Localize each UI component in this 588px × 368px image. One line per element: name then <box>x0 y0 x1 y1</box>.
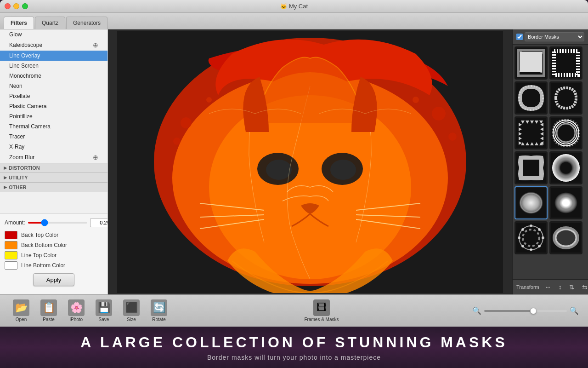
tool-open[interactable]: 📂 Open <box>9 298 33 324</box>
mask-item-10[interactable] <box>549 186 582 219</box>
sidebar: Glow Kaleidoscope⊕ Line Overlay Line Scr… <box>0 29 108 294</box>
tool-iphoto[interactable]: 🌸 iPhoto <box>64 298 88 324</box>
mask-item-2[interactable] <box>549 46 582 80</box>
tab-quartz[interactable]: Quartz <box>35 17 65 29</box>
mask-item-5[interactable] <box>514 116 548 150</box>
svg-point-62 <box>530 248 532 251</box>
toolbar-tabs: Filters Quartz Generators <box>0 13 588 29</box>
apply-button[interactable]: Apply <box>33 273 74 286</box>
filter-line-overlay[interactable]: Line Overlay <box>0 51 107 61</box>
filter-line-screen[interactable]: Line Screen <box>0 61 107 71</box>
tool-rotate[interactable]: 🔄 Rotate <box>147 298 171 324</box>
bottom-toolbar: 📂 Open 📋 Paste 🌸 iPhoto 💾 Save ⬛ Size 🔄 … <box>0 294 588 327</box>
back-bottom-color-swatch[interactable] <box>5 241 17 249</box>
right-panel-header: Border Masks Frame Masks Vignette Masks <box>513 29 588 45</box>
tool-paste[interactable]: 📋 Paste <box>37 298 61 324</box>
section-other[interactable]: ▶ OTHER <box>0 182 107 192</box>
line-top-color-swatch[interactable] <box>5 251 17 259</box>
filter-x-ray[interactable]: X-Ray <box>0 142 107 152</box>
promo-bar: A LARGE COLLECTION OF STUNNING MASKS Bor… <box>0 327 588 368</box>
mask-item-11[interactable] <box>514 221 548 254</box>
mask-item-8[interactable] <box>549 151 582 184</box>
svg-point-67 <box>521 245 524 247</box>
cat-image <box>117 31 503 293</box>
add-icon-2[interactable]: ⊕ <box>93 154 98 161</box>
flip-horizontal-button[interactable]: ↔ <box>543 282 553 292</box>
filter-monochrome[interactable]: Monochrome <box>0 71 107 81</box>
zoom-slider[interactable] <box>484 310 567 312</box>
tool-frames-masks[interactable]: 🎞 Frames & Masks <box>301 298 343 324</box>
chevron-right-icon: ▶ <box>4 166 7 170</box>
tab-generators[interactable]: Generators <box>66 17 107 29</box>
filter-pointillize[interactable]: Pointillize <box>0 111 107 121</box>
tool-size[interactable]: ⬛ Size <box>119 298 143 324</box>
close-button[interactable] <box>5 3 11 9</box>
border-masks-checkbox[interactable] <box>516 34 523 40</box>
masks-row-5 <box>514 186 586 219</box>
svg-point-68 <box>538 245 541 247</box>
rotate-icon: 🔄 <box>151 299 167 316</box>
section-utility[interactable]: ▶ UTILITY <box>0 172 107 182</box>
flip-vertical-button[interactable]: ↕ <box>557 282 564 292</box>
tool-rotate-label: Rotate <box>152 317 165 322</box>
filter-plastic-camera[interactable]: Plastic Camera <box>0 101 107 111</box>
mask-item-7[interactable] <box>514 151 548 184</box>
svg-point-19 <box>413 97 419 103</box>
zoom-bar: 🔍 🔍 <box>472 306 579 315</box>
right-panel: Border Masks Frame Masks Vignette Masks <box>512 29 588 294</box>
line-top-color-row[interactable]: Line Top Color <box>5 251 103 259</box>
amount-slider[interactable] <box>28 222 87 224</box>
traffic-lights <box>5 3 28 9</box>
title-bar: 🐱 My Cat <box>0 0 588 13</box>
filter-kaleidoscope[interactable]: Kaleidoscope⊕ <box>0 40 107 51</box>
svg-point-65 <box>521 228 524 231</box>
svg-point-17 <box>448 132 457 141</box>
filter-tracer[interactable]: Tracer <box>0 132 107 142</box>
iphoto-icon: 🌸 <box>68 299 85 316</box>
fullscreen-button[interactable] <box>22 3 28 9</box>
svg-point-63 <box>518 236 520 239</box>
back-bottom-color-row[interactable]: Back Bottom Color <box>5 241 103 249</box>
filter-neon[interactable]: Neon <box>0 81 107 91</box>
mask-item-9[interactable] <box>514 186 548 219</box>
back-top-color-label: Back Top Color <box>21 232 58 238</box>
mask-item-1[interactable] <box>514 46 548 80</box>
svg-point-58 <box>554 192 577 213</box>
masks-grid <box>513 45 588 279</box>
filter-zoom-blur[interactable]: Zoom Blur⊕ <box>0 152 107 163</box>
back-top-color-row[interactable]: Back Top Color <box>5 231 103 239</box>
filter-list: Glow Kaleidoscope⊕ Line Overlay Line Scr… <box>0 29 107 213</box>
mask-item-4[interactable] <box>549 81 582 115</box>
title-icon: 🐱 <box>280 3 287 10</box>
back-bottom-color-label: Back Bottom Color <box>21 242 67 248</box>
controls-area: Amount: 0.25 ▲ ▼ Back Top Color Back Bot… <box>0 213 107 294</box>
mask-item-6[interactable] <box>549 116 582 150</box>
line-bottom-color-swatch[interactable] <box>5 261 17 270</box>
zoom-in-button[interactable]: 🔍 <box>570 306 579 315</box>
rotate-180-button[interactable]: ⇅ <box>567 282 577 292</box>
section-distortion[interactable]: ▶ DISTORTION <box>0 163 107 172</box>
canvas-area <box>108 29 512 294</box>
amount-input[interactable]: 0.25 <box>90 218 108 227</box>
back-top-color-swatch[interactable] <box>5 231 17 239</box>
transform-bar: Transform ↔ ↕ ⇅ ⇆ <box>513 279 588 294</box>
add-icon[interactable]: ⊕ <box>93 41 98 49</box>
filter-glow[interactable]: Glow <box>0 29 107 40</box>
filter-thermal-camera[interactable]: Thermal Camera <box>0 121 107 132</box>
svg-point-6 <box>266 160 292 180</box>
line-bottom-color-row[interactable]: Line Bottom Color <box>5 261 103 270</box>
masks-row-4 <box>514 151 586 184</box>
mask-item-3[interactable] <box>514 81 548 115</box>
mask-item-12[interactable] <box>549 221 582 254</box>
tab-filters[interactable]: Filters <box>4 17 34 29</box>
tool-save[interactable]: 💾 Save <box>92 298 116 324</box>
filter-pixellate[interactable]: Pixellate <box>0 91 107 101</box>
tool-frames-masks-label: Frames & Masks <box>305 317 339 322</box>
svg-point-7 <box>330 160 356 180</box>
tool-size-label: Size <box>127 317 136 322</box>
masks-row-2 <box>514 81 586 115</box>
minimize-button[interactable] <box>13 3 19 9</box>
mirror-button[interactable]: ⇆ <box>580 282 588 292</box>
zoom-out-button[interactable]: 🔍 <box>472 306 481 315</box>
masks-dropdown[interactable]: Border Masks Frame Masks Vignette Masks <box>525 32 584 41</box>
